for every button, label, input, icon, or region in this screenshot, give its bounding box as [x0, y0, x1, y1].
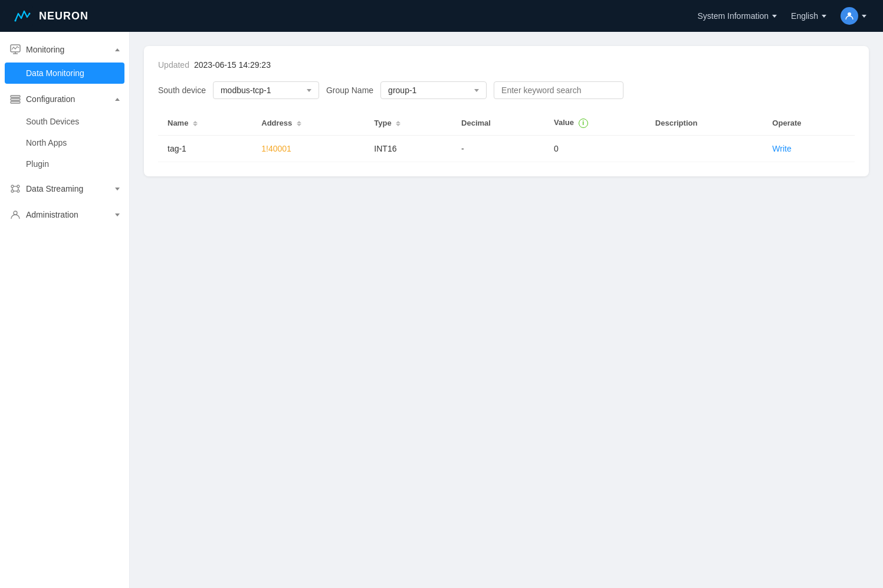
logo-text: NEURON	[39, 10, 88, 22]
sidebar-data-streaming-label: Data Streaming	[26, 184, 83, 193]
col-name: Name	[158, 111, 252, 135]
svg-point-11	[17, 185, 19, 188]
col-value: Value i	[544, 111, 646, 135]
svg-point-2	[29, 13, 31, 15]
system-information-button[interactable]: System Information	[692, 9, 782, 23]
cell-type: INT16	[365, 135, 452, 162]
table-body: tag-1 1!40001 INT16 - 0	[158, 135, 855, 162]
plugin-label: Plugin	[26, 159, 49, 169]
group-name-chevron-icon	[474, 89, 479, 92]
cell-name: tag-1	[158, 135, 252, 162]
main-layout: Monitoring Data Monitoring	[0, 32, 883, 588]
table-header: Name Address	[158, 111, 855, 135]
sidebar-data-streaming-left: Data Streaming	[9, 183, 83, 195]
data-streaming-chevron-icon	[115, 188, 120, 190]
system-information-chevron-icon	[772, 15, 777, 18]
monitoring-icon	[9, 44, 21, 55]
south-device-select[interactable]: modbus-tcp-1	[213, 81, 319, 99]
cell-decimal: -	[452, 135, 544, 162]
svg-point-10	[11, 185, 14, 188]
header: NEURON System Information English	[0, 0, 883, 32]
language-chevron-icon	[822, 15, 826, 18]
svg-point-1	[15, 20, 17, 22]
svg-rect-9	[11, 101, 20, 103]
svg-point-13	[17, 190, 19, 192]
write-link[interactable]: Write	[772, 144, 791, 153]
value-info-icon[interactable]: i	[579, 119, 588, 128]
cell-description	[646, 135, 763, 162]
language-label: English	[791, 11, 818, 21]
content-area: Updated 2023-06-15 14:29:23 South device…	[130, 32, 883, 588]
table-header-row: Name Address	[158, 111, 855, 135]
sidebar-administration-header[interactable]: Administration	[0, 203, 129, 226]
data-monitoring-card: Updated 2023-06-15 14:29:23 South device…	[144, 46, 869, 176]
sidebar-administration-left: Administration	[9, 209, 78, 221]
updated-row: Updated 2023-06-15 14:29:23	[158, 60, 855, 70]
neuron-logo-icon	[12, 5, 33, 27]
sidebar-monitoring-label: Monitoring	[26, 45, 64, 54]
user-icon	[845, 11, 854, 21]
data-monitoring-label: Data Monitoring	[26, 68, 84, 78]
keyword-search-input[interactable]	[494, 81, 623, 99]
header-right: System Information English	[692, 5, 871, 27]
filter-row: South device modbus-tcp-1 Group Name gro…	[158, 81, 855, 99]
configuration-icon	[9, 93, 21, 105]
updated-label: Updated	[158, 60, 189, 70]
col-operate: Operate	[763, 111, 855, 135]
data-table: Name Address	[158, 111, 855, 162]
svg-point-18	[14, 211, 17, 215]
updated-value: 2023-06-15 14:29:23	[194, 60, 271, 70]
svg-point-12	[11, 190, 14, 192]
sidebar-configuration-left: Configuration	[9, 93, 75, 105]
svg-point-3	[848, 12, 851, 16]
sidebar-section-administration: Administration	[0, 203, 129, 226]
group-name-label: Group Name	[326, 86, 373, 95]
administration-chevron-icon	[115, 213, 120, 216]
south-device-label: South device	[158, 86, 206, 95]
table-row: tag-1 1!40001 INT16 - 0	[158, 135, 855, 162]
sidebar-section-data-streaming: Data Streaming	[0, 177, 129, 201]
south-devices-label: South Devices	[26, 117, 79, 126]
sidebar-monitoring-header[interactable]: Monitoring	[0, 38, 129, 61]
administration-icon	[9, 209, 21, 221]
logo: NEURON	[12, 5, 88, 27]
group-name-select[interactable]: group-1	[380, 81, 487, 99]
sidebar-administration-label: Administration	[26, 210, 78, 219]
user-chevron-icon	[862, 15, 866, 18]
svg-rect-7	[11, 96, 20, 97]
sidebar-data-streaming-header[interactable]: Data Streaming	[0, 177, 129, 201]
col-description: Description	[646, 111, 763, 135]
system-information-label: System Information	[697, 11, 769, 21]
name-sort-icon[interactable]	[193, 121, 198, 126]
sidebar-item-north-apps[interactable]: North Apps	[0, 132, 129, 153]
col-decimal: Decimal	[452, 111, 544, 135]
sidebar-section-configuration: Configuration South Devices North Apps P…	[0, 87, 129, 175]
north-apps-label: North Apps	[26, 138, 67, 147]
type-sort-icon[interactable]	[396, 121, 401, 126]
cell-address-value: 1!40001	[261, 144, 291, 153]
sidebar-item-data-monitoring[interactable]: Data Monitoring	[5, 63, 124, 84]
sidebar-section-monitoring: Monitoring Data Monitoring	[0, 38, 129, 85]
user-menu-button[interactable]	[836, 5, 871, 27]
svg-rect-8	[11, 98, 20, 100]
sidebar-item-south-devices[interactable]: South Devices	[0, 111, 129, 132]
sidebar: Monitoring Data Monitoring	[0, 32, 130, 588]
cell-address: 1!40001	[252, 135, 365, 162]
avatar	[841, 7, 858, 25]
col-type: Type	[365, 111, 452, 135]
language-button[interactable]: English	[786, 9, 831, 23]
svg-rect-4	[11, 45, 20, 52]
col-address: Address	[252, 111, 365, 135]
south-device-chevron-icon	[307, 89, 311, 92]
cell-value: 0	[544, 135, 646, 162]
sidebar-item-plugin[interactable]: Plugin	[0, 153, 129, 175]
group-name-select-value: group-1	[388, 86, 416, 95]
south-device-select-value: modbus-tcp-1	[221, 86, 271, 95]
sidebar-configuration-header[interactable]: Configuration	[0, 87, 129, 111]
data-streaming-icon	[9, 183, 21, 195]
sidebar-configuration-label: Configuration	[26, 94, 75, 104]
cell-operate: Write	[763, 135, 855, 162]
monitoring-chevron-icon	[115, 48, 120, 51]
configuration-chevron-icon	[115, 98, 120, 101]
address-sort-icon[interactable]	[297, 121, 301, 126]
